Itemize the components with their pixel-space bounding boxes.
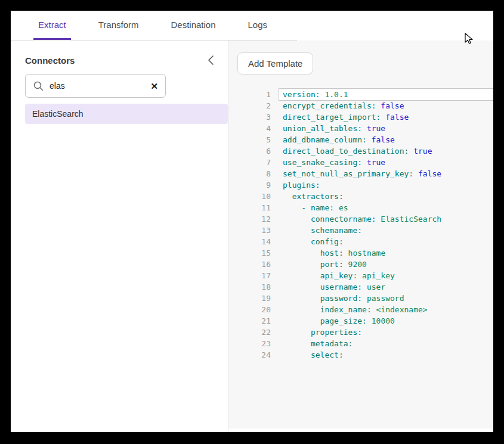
- code-line[interactable]: 19 password: password: [237, 293, 493, 304]
- sidebar-header: Connectors: [11, 41, 228, 74]
- search-box: ✕: [25, 74, 166, 98]
- line-number: 19: [237, 293, 279, 304]
- content-area: Connectors ✕ ElasticSearch Add Template: [11, 41, 493, 432]
- collapse-sidebar-button[interactable]: [206, 55, 216, 66]
- code-text: connectorname: ElasticSearch: [279, 213, 493, 225]
- line-number: 22: [237, 327, 279, 338]
- code-text: metadata:: [279, 338, 493, 349]
- code-editor: 1version: 1.0.12encrypt_credentials: fal…: [237, 89, 493, 361]
- code-text: encrypt_credentials: false: [279, 100, 493, 111]
- code-text: direct_target_import: false: [279, 111, 493, 123]
- line-number: 21: [237, 315, 279, 327]
- code-text: schemaname:: [279, 225, 493, 236]
- code-editor-lines: 1version: 1.0.12encrypt_credentials: fal…: [237, 89, 493, 361]
- code-line[interactable]: 1version: 1.0.1: [237, 89, 493, 100]
- line-number: 14: [237, 236, 279, 247]
- code-line[interactable]: 17 api_key: api_key: [237, 270, 493, 281]
- line-number: 24: [237, 349, 279, 361]
- code-line[interactable]: 20 index_name: <indexname>: [237, 304, 493, 315]
- line-number: 12: [237, 213, 279, 225]
- code-text: select:: [279, 349, 493, 361]
- code-text: config:: [279, 236, 493, 247]
- code-line[interactable]: 12 connectorname: ElasticSearch: [237, 213, 493, 225]
- code-line[interactable]: 14 config:: [237, 236, 493, 247]
- sidebar: Connectors ✕ ElasticSearch: [11, 41, 228, 432]
- code-text: union_all_tables: true: [279, 123, 493, 134]
- code-text: properties:: [279, 327, 493, 338]
- clear-search-icon[interactable]: ✕: [150, 82, 158, 91]
- code-line[interactable]: 24 select:: [237, 349, 493, 361]
- line-number: 9: [237, 179, 279, 191]
- code-text: add_dbname_column: false: [279, 134, 493, 145]
- code-line[interactable]: 9plugins:: [237, 179, 493, 191]
- line-number: 8: [237, 168, 279, 179]
- tab-bar-items: ExtractTransformDestinationLogs: [11, 11, 297, 41]
- connector-item[interactable]: ElasticSearch: [25, 104, 228, 124]
- line-number: 17: [237, 270, 279, 281]
- code-line[interactable]: 22 properties:: [237, 327, 493, 338]
- code-line[interactable]: 21 page_size: 10000: [237, 315, 493, 327]
- code-line[interactable]: 10 extractors:: [237, 191, 493, 202]
- tab-extract[interactable]: Extract: [33, 11, 71, 40]
- code-text: - name: es: [279, 202, 493, 213]
- code-text: host: hostname: [279, 247, 493, 259]
- line-number: 13: [237, 225, 279, 236]
- line-number: 23: [237, 338, 279, 349]
- code-line[interactable]: 13 schemaname:: [237, 225, 493, 236]
- code-text: version: 1.0.1: [279, 89, 493, 100]
- tab-bar: ExtractTransformDestinationLogs: [11, 11, 493, 41]
- code-text: extractors:: [279, 191, 493, 202]
- line-number: 3: [237, 111, 279, 123]
- code-line[interactable]: 7use_snake_casing: true: [237, 157, 493, 168]
- add-template-button[interactable]: Add Template: [237, 52, 313, 74]
- search-input[interactable]: [44, 81, 150, 91]
- code-text: username: user: [279, 281, 493, 293]
- tab-logs[interactable]: Logs: [243, 11, 273, 40]
- code-text: password: password: [279, 293, 493, 304]
- line-number: 4: [237, 123, 279, 134]
- code-line[interactable]: 23 metadata:: [237, 338, 493, 349]
- line-number: 18: [237, 281, 279, 293]
- code-text: index_name: <indexname>: [279, 304, 493, 315]
- code-line[interactable]: 8set_not_null_as_primary_key: false: [237, 168, 493, 179]
- chevron-left-icon: [206, 55, 216, 66]
- line-number: 1: [237, 89, 279, 100]
- code-text: page_size: 10000: [279, 315, 493, 327]
- search-icon: [33, 80, 44, 91]
- code-text: port: 9200: [279, 259, 493, 270]
- code-line[interactable]: 6direct_load_to_destination: true: [237, 145, 493, 157]
- app-window: ExtractTransformDestinationLogs Connecto…: [11, 11, 493, 432]
- code-line[interactable]: 15 host: hostname: [237, 247, 493, 259]
- code-line[interactable]: 16 port: 9200: [237, 259, 493, 270]
- code-line[interactable]: 11 - name: es: [237, 202, 493, 213]
- code-line[interactable]: 4union_all_tables: true: [237, 123, 493, 134]
- connector-list: ElasticSearch: [11, 104, 228, 124]
- code-line[interactable]: 18 username: user: [237, 281, 493, 293]
- code-text: set_not_null_as_primary_key: false: [279, 168, 493, 179]
- code-text: api_key: api_key: [279, 270, 493, 281]
- line-number: 20: [237, 304, 279, 315]
- code-text: plugins:: [279, 179, 493, 191]
- line-number: 6: [237, 145, 279, 157]
- line-number: 5: [237, 134, 279, 145]
- code-line[interactable]: 2encrypt_credentials: false: [237, 100, 493, 111]
- line-number: 16: [237, 259, 279, 270]
- sidebar-title: Connectors: [25, 55, 75, 66]
- code-line[interactable]: 3direct_target_import: false: [237, 111, 493, 123]
- line-number: 11: [237, 202, 279, 213]
- code-line[interactable]: 5add_dbname_column: false: [237, 134, 493, 145]
- code-text: direct_load_to_destination: true: [279, 145, 493, 157]
- tab-destination[interactable]: Destination: [166, 11, 220, 40]
- code-text: use_snake_casing: true: [279, 157, 493, 168]
- line-number: 15: [237, 247, 279, 259]
- line-number: 10: [237, 191, 279, 202]
- tab-transform[interactable]: Transform: [94, 11, 144, 40]
- main-panel: Add Template 1version: 1.0.12encrypt_cre…: [228, 41, 493, 432]
- line-number: 7: [237, 157, 279, 168]
- line-number: 2: [237, 100, 279, 111]
